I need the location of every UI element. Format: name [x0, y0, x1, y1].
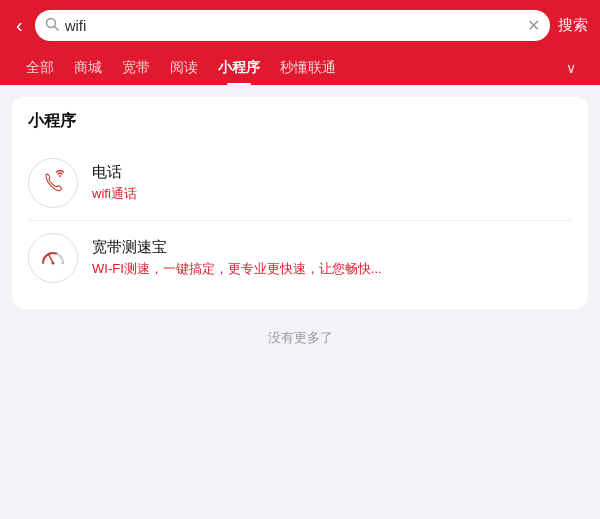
item-info-speed: 宽带测速宝 WI-FI测速，一键搞定，更专业更快速，让您畅快...: [92, 238, 572, 278]
tab-miniprogram[interactable]: 小程序: [208, 51, 270, 85]
speedometer-icon: [28, 233, 78, 283]
search-bar: ✕: [35, 10, 550, 41]
miniprogram-card: 小程序 电话 wifi通话: [12, 97, 588, 309]
svg-line-1: [54, 27, 58, 31]
search-row: ‹ ✕ 搜索: [12, 10, 588, 51]
clear-button[interactable]: ✕: [527, 16, 540, 35]
item-name-phone: 电话: [92, 163, 572, 182]
svg-point-4: [52, 262, 55, 265]
tab-mall[interactable]: 商城: [64, 51, 112, 85]
back-button[interactable]: ‹: [12, 10, 27, 41]
search-button[interactable]: 搜索: [558, 16, 588, 35]
header: ‹ ✕ 搜索 全部 商城 宽带 阅读 小程序 秒懂联通 ∨: [0, 0, 600, 85]
tab-more-button[interactable]: ∨: [558, 52, 584, 84]
search-icon: [45, 17, 59, 34]
tabs-row: 全部 商城 宽带 阅读 小程序 秒懂联通 ∨: [12, 51, 588, 85]
item-desc-speed: WI-FI测速，一键搞定，更专业更快速，让您畅快...: [92, 260, 572, 278]
no-more-label: 没有更多了: [12, 309, 588, 355]
list-item[interactable]: 宽带测速宝 WI-FI测速，一键搞定，更专业更快速，让您畅快...: [28, 221, 572, 295]
list-item[interactable]: 电话 wifi通话: [28, 146, 572, 221]
item-name-speed: 宽带测速宝: [92, 238, 572, 257]
search-input[interactable]: [65, 17, 521, 34]
tab-all[interactable]: 全部: [16, 51, 64, 85]
item-desc-phone: wifi通话: [92, 185, 572, 203]
content-area: 小程序 电话 wifi通话: [0, 85, 600, 367]
svg-point-2: [59, 175, 61, 177]
card-title: 小程序: [28, 111, 572, 132]
tab-broadband[interactable]: 宽带: [112, 51, 160, 85]
tab-understand[interactable]: 秒懂联通: [270, 51, 346, 85]
phone-wifi-icon: [28, 158, 78, 208]
tab-read[interactable]: 阅读: [160, 51, 208, 85]
item-info-phone: 电话 wifi通话: [92, 163, 572, 203]
